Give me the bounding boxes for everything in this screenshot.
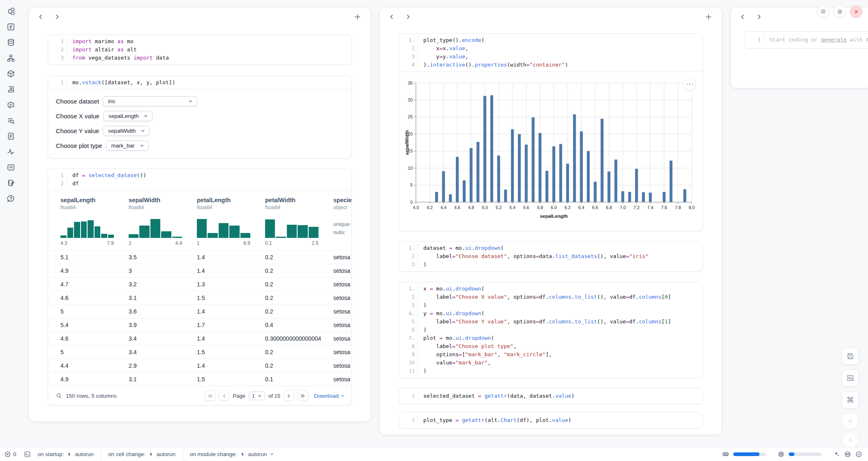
table-cell: 4.7 [60,281,129,288]
code-editor[interactable]: 1mo.vstack([dataset, x, y, plot]) [48,76,351,89]
control-row: Choose X value sepalLength [56,111,351,122]
last-page-button[interactable] [298,390,308,401]
first-page-button[interactable] [205,390,215,401]
error-indicator[interactable]: 0 [4,451,16,458]
ai-sparkles-icon[interactable] [833,451,840,458]
database-icon[interactable] [6,38,15,47]
layout-toggle-button[interactable] [842,369,859,387]
ai-chat-icon[interactable] [6,100,15,109]
code-editor[interactable]: 1⌄x = mo.ui.dropdown(2 label="Choose X v… [399,282,702,378]
code-editor[interactable]: 1⌄plot_type().encode(2 x=x.value,3 y=y.v… [399,34,702,71]
table-cell: 3.4 [129,335,197,342]
next-page-button[interactable] [284,390,294,401]
packages-icon[interactable] [6,69,15,78]
shortcuts-button[interactable]: ⌘ [842,391,859,408]
dataset-select[interactable]: iris [103,96,197,106]
cell-imports[interactable]: 1import marimo as mo2import altair as al… [48,35,352,65]
cell-selected-dataset[interactable]: 1selected_dataset = getattr(data, datase… [399,388,703,404]
terminal-button[interactable] [24,451,31,458]
cell-plot-type[interactable]: 1plot_type = getattr(alt.Chart(df), plot… [399,412,703,429]
column-prev-icon[interactable] [388,13,395,21]
scratchpad-icon[interactable] [6,163,15,172]
row-count: 150 rows, 5 columns [66,393,117,399]
code-editor[interactable]: 1df = selected_dataset()2df [48,169,351,190]
search-icon[interactable] [55,392,62,399]
table-row[interactable]: 4.42.91.40.2setosa [48,359,351,372]
table-cell: 4.6 [60,295,129,301]
help-icon[interactable] [6,194,15,203]
code-editor[interactable]: 1⌄dataset = mo.ui.dropdown(2 label="Choo… [399,242,702,271]
cell-dataset-dropdown[interactable]: 1⌄dataset = mo.ui.dropdown(2 label="Choo… [399,241,703,272]
table-cell: 3.9 [129,322,197,328]
text-search-icon[interactable] [6,116,15,125]
table-row[interactable]: 53.61.40.2setosa [48,304,351,318]
connection-status-icon[interactable] [855,451,862,458]
cell-vstack[interactable]: 1mo.vstack([dataset, x, y, plot]) Choose… [48,76,352,159]
x-select[interactable]: sepalLength [103,111,153,121]
table-row[interactable]: 4.73.21.30.2setosa [48,277,351,291]
table-row[interactable]: 53.41.50.2setosa [48,345,351,359]
bar-chart[interactable]: 4.04.24.44.64.85.05.25.45.65.86.06.26.46… [405,77,697,223]
notebook-menu-button[interactable] [817,5,829,18]
generate-link[interactable]: generate [821,37,847,43]
table-row[interactable]: 4.93.11.50.1setosa [48,372,351,386]
settings-gear-icon[interactable] [833,5,846,18]
table-cell: 4.6 [60,335,129,342]
code-editor[interactable]: 1selected_dataset = getattr(data, datase… [399,388,702,404]
table-row[interactable]: 4.931.40.2setosa [48,264,351,277]
prev-page-button[interactable] [219,390,229,401]
snippets-icon[interactable] [6,131,15,141]
dependency-graph-icon[interactable] [6,53,15,62]
chart-menu-icon[interactable] [683,78,696,91]
column-next-icon[interactable] [404,13,412,21]
close-button[interactable] [850,5,862,18]
code-editor[interactable]: 1import marimo as mo2import altair as al… [48,35,351,65]
logs-icon[interactable] [6,85,15,94]
tracing-icon[interactable] [6,147,15,156]
column-1-header [29,7,371,26]
table-row[interactable]: 5.13.51.40.2setosa [48,250,351,264]
on-cell-change-mode[interactable]: on cell change: autorun [101,447,182,461]
stop-button[interactable] [842,413,859,429]
column-prev-icon[interactable] [37,13,44,21]
page-select[interactable]: 1 [249,392,265,400]
table-cell: 1.4 [197,308,265,315]
table-row[interactable]: 4.63.11.50.2setosa [48,291,351,304]
column-histogram [265,216,319,238]
svg-text:0: 0 [410,200,413,205]
table-cell: 5.1 [60,254,129,260]
code-editor[interactable]: 1 Start coding or generate with AI [745,32,868,48]
cell-chart[interactable]: 1⌄plot_type().encode(2 x=x.value,3 y=y.v… [399,33,703,231]
column-next-icon[interactable] [755,13,763,21]
add-cell-icon[interactable] [353,13,362,21]
column-prev-icon[interactable] [739,13,746,21]
terminal-icon [24,451,31,458]
cell-empty[interactable]: 1 Start coding or generate with AI [745,31,868,48]
x-label: Choose X value [56,113,99,120]
y-select[interactable]: sepalWidth [103,126,150,136]
table-row[interactable]: 4.63.41.40.3000000000000004setosa [48,332,351,345]
on-module-change-mode[interactable]: on module change: autorun [182,447,282,461]
download-button[interactable]: Download [314,393,345,399]
table-header: sepalLength float64 4.37.9 sepalWidth fl… [48,191,351,250]
column-header: sepalLength float64 4.37.9 [60,197,129,246]
file-tree-icon[interactable] [6,7,15,16]
svg-text:30: 30 [408,97,413,102]
table-cell: 3.1 [129,295,197,301]
functions-icon[interactable] [6,22,15,31]
column-next-icon[interactable] [53,13,61,21]
cell-xy-plot-dropdowns[interactable]: 1⌄x = mo.ui.dropdown(2 label="Choose X v… [399,282,703,378]
marimo-app: 1import marimo as mo2import altair as al… [0,0,868,461]
add-cell-icon[interactable] [704,13,713,21]
table-row[interactable]: 5.43.91.70.4setosa [48,318,351,332]
copilot-icon[interactable] [844,451,851,458]
cell-df[interactable]: 1df = selected_dataset()2df sepalLength … [48,168,352,406]
plot-type-select[interactable]: mark_bar [106,141,149,151]
save-button[interactable] [842,348,859,365]
code-editor[interactable]: 1plot_type = getattr(alt.Chart(df), plot… [399,413,702,428]
run-button[interactable] [842,432,859,448]
notebook-icon[interactable] [6,178,15,187]
on-startup-mode[interactable]: on startup: autorun [31,447,101,461]
cpu-icon [778,451,785,458]
bolt-icon [148,452,154,457]
